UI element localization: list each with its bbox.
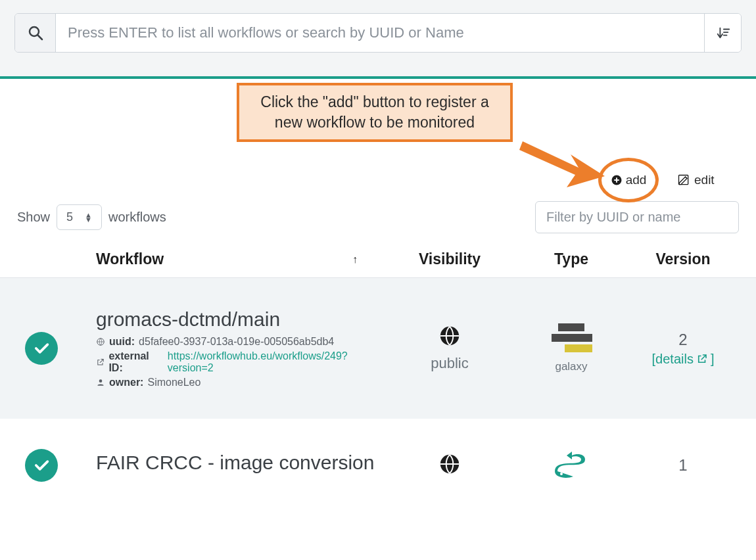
status-ok-icon [25,449,58,482]
page-size-select[interactable]: 5 ▲▼ [57,204,102,230]
status-ok-icon [25,332,58,365]
owner-label: owner: [109,377,143,388]
status-cell [17,449,96,482]
sort-amount-down-icon [716,26,730,40]
edit-button[interactable]: edit [677,173,715,187]
arrow-annotation [519,131,611,200]
table-row: FAIR CRCC - image conversion 1 [0,419,756,488]
arrow-right-icon [519,131,611,197]
workflow-info-cell: FAIR CRCC - image conversion [96,452,384,479]
uuid-label: uuid: [109,336,135,348]
svg-rect-8 [679,175,688,185]
add-button[interactable]: add [611,173,647,187]
status-cell [17,332,96,365]
plus-circle-icon [611,174,623,186]
sort-button[interactable] [704,14,741,52]
version-number: 2 [627,331,739,349]
type-cell: galaxy [515,323,627,373]
globe-icon [438,325,461,347]
add-button-label: add [626,173,647,187]
edit-icon [677,174,690,187]
user-icon [96,378,105,387]
col-header-version[interactable]: Version [627,250,739,268]
external-id-link[interactable]: https://workflowhub.eu/workflows/249?ver… [168,350,384,374]
external-link-icon [96,358,105,367]
visibility-label: public [384,355,515,372]
svg-point-13 [560,473,563,475]
col-header-visibility[interactable]: Visibility [384,250,515,268]
type-label: galaxy [515,360,627,373]
col-header-type[interactable]: Type [515,250,627,268]
globe-icon [96,337,105,346]
search-area [0,0,756,76]
page-size-value: 5 [66,210,73,224]
search-bar [14,13,742,53]
uuid-value: d5fafee0-3937-013a-019e-005056ab5db4 [139,336,334,348]
type-cell [515,452,627,479]
galaxy-logo-icon [549,323,594,355]
svg-line-1 [37,35,42,40]
workflow-owner-line: owner: SimoneLeo [96,377,384,388]
callout-box: Click the "add" button to register a new… [237,83,513,142]
col-header-workflow[interactable]: Workflow ↑ [96,250,384,268]
details-link[interactable]: [details ] [652,352,715,367]
external-link-icon [696,353,708,365]
workflow-info-cell: gromacs-dctmd/main uuid: d5fafee0-3937-0… [96,308,384,388]
table-header: Workflow ↑ Visibility Type Version [0,245,756,278]
search-icon-box [15,14,56,52]
snakemake-logo-icon [552,452,590,479]
add-button-highlight-circle: add [598,158,659,202]
sort-asc-icon: ↑ [352,254,358,266]
filter-input[interactable] [535,201,739,233]
workflow-title[interactable]: gromacs-dctmd/main [96,308,384,331]
version-number: 1 [627,456,739,475]
visibility-cell [384,453,515,478]
actions-toolbar: add edit [598,158,715,202]
svg-point-10 [99,379,103,383]
details-close-bracket: ] [711,352,715,367]
version-cell: 2 [details ] [627,331,739,367]
visibility-cell: public [384,325,515,372]
callout-text: Click the "add" button to register a new… [260,93,488,131]
search-input[interactable] [56,14,704,52]
show-label: Show [17,210,50,225]
details-open-bracket: [details [652,352,694,367]
version-cell: 1 [627,456,739,475]
select-arrows-icon: ▲▼ [85,213,92,222]
workflows-suffix-label: workflows [108,210,166,225]
workflow-uuid-line: uuid: d5fafee0-3937-013a-019e-005056ab5d… [96,336,384,348]
workflow-extid-line: external ID: https://workflowhub.eu/work… [96,350,384,374]
owner-value: SimoneLeo [147,377,201,388]
table-row: gromacs-dctmd/main uuid: d5fafee0-3937-0… [0,278,756,419]
col-header-workflow-label: Workflow [96,250,164,268]
external-id-label: external ID: [108,350,163,374]
search-icon [28,25,43,41]
globe-icon [438,453,461,475]
workflow-title[interactable]: FAIR CRCC - image conversion [96,452,384,474]
callout-annotation-row: Click the "add" button to register a new… [0,79,756,184]
edit-button-label: edit [694,173,715,187]
